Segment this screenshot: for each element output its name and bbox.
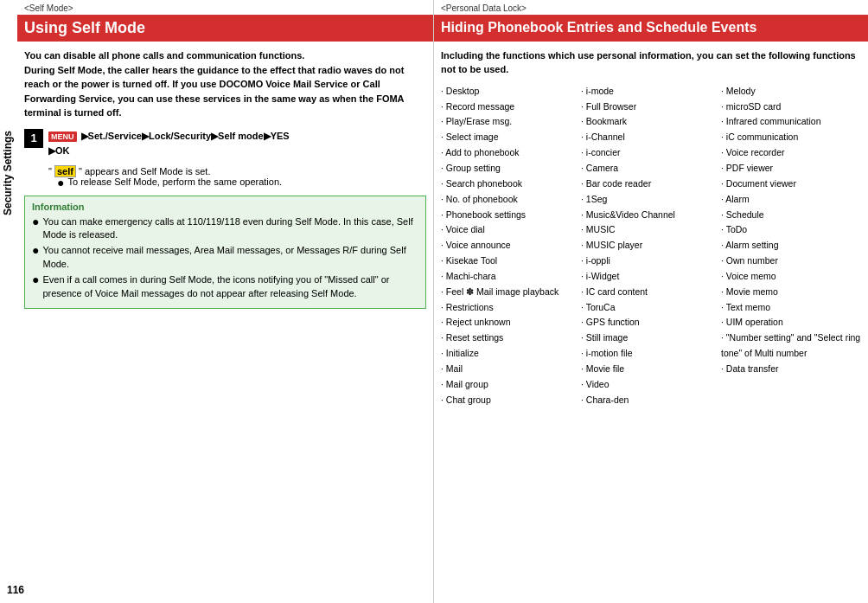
list-item: · Search phonebook: [441, 176, 581, 192]
list-item: · Movie file: [581, 362, 721, 377]
list-item: · Add to phonebook: [441, 145, 581, 161]
list-item: · Bar code reader: [581, 176, 721, 192]
list-item: · i-oppli: [581, 253, 721, 269]
list-item: · Voice recorder: [721, 145, 861, 161]
list-item: · Mail group: [441, 377, 581, 393]
sidebar-label: Security Settings: [2, 131, 14, 215]
sidebar-container: Security Settings: [0, 87, 16, 260]
step-row: 1 MENU ▶Set./Service▶Lock/Security▶Self …: [24, 129, 426, 159]
list-item: · Bookmark: [581, 114, 721, 130]
list-item: · i-Widget: [581, 269, 721, 285]
list-item: · Initialize: [441, 346, 581, 362]
list-item: · Schedule: [721, 208, 861, 223]
arrow2: ▶: [142, 131, 149, 141]
list-item: · Still image: [581, 330, 721, 346]
list-item: · i-mode: [581, 84, 721, 99]
list-item: · Kisekae Tool: [441, 253, 581, 269]
list-item: · Restrictions: [441, 300, 581, 316]
info-bullet-3: ●: [32, 273, 39, 285]
info-bullet-1: ●: [32, 215, 39, 228]
info-item-2: ● You cannot receive mail messages, Area…: [32, 244, 418, 271]
list-item: · MUSIC player: [581, 238, 721, 253]
list-item: · Group setting: [441, 161, 581, 176]
list-item: · Desktop: [441, 84, 581, 99]
left-panel: Security Settings <Self Mode> Using Self…: [0, 0, 434, 603]
arrow4: ▶: [264, 131, 271, 141]
info-text-2: You cannot receive mail messages, Area M…: [42, 244, 418, 271]
list-item: · Record message: [441, 99, 581, 115]
info-text-1: You can make emergency calls at 110/119/…: [42, 215, 418, 242]
right-panel: <Personal Data Lock> Hiding Phonebook En…: [434, 0, 868, 603]
right-content: Including the functions which use person…: [434, 42, 868, 603]
list-item: · Full Browser: [581, 99, 721, 115]
menu-icon: MENU: [48, 132, 77, 142]
list-item: · i-Channel: [581, 130, 721, 145]
info-box: Information ● You can make emergency cal…: [24, 196, 426, 309]
left-content: You can disable all phone calls and comm…: [17, 42, 433, 603]
list-item: · Voice memo: [721, 269, 861, 285]
list-item: · Chat group: [441, 393, 581, 408]
right-section-title: Hiding Phonebook Entries and Schedule Ev…: [434, 15, 868, 42]
list-item: · microSD card: [721, 99, 861, 115]
list-item: · IC card content: [581, 285, 721, 300]
left-section-tag: <Self Mode>: [17, 0, 433, 15]
list-item: · Reset settings: [441, 330, 581, 346]
list-item: · Movie memo: [721, 285, 861, 300]
list-item: · Chara-den: [581, 393, 721, 408]
list-item: · Feel ✽ Mail image playback: [441, 285, 581, 300]
list-item: · 1Seg: [581, 192, 721, 208]
list-item: · PDF viewer: [721, 161, 861, 176]
list-item: · GPS function: [581, 315, 721, 330]
list-item: · Own number: [721, 253, 861, 269]
list-item: · Alarm setting: [721, 238, 861, 253]
release-note: ● To release Self Mode, perform the same…: [57, 176, 426, 189]
right-section-tag: <Personal Data Lock>: [434, 0, 868, 15]
list-item: · Voice dial: [441, 222, 581, 238]
list-item: · UIM operation: [721, 315, 861, 330]
arrow1: ▶: [81, 131, 88, 141]
step-number: 1: [24, 129, 43, 148]
list-item: · Mail: [441, 362, 581, 377]
col1: · Desktop· Record message· Play/Erase ms…: [441, 84, 581, 408]
col3: · Melody· microSD card· Infrared communi…: [721, 84, 861, 408]
columns-container: · Desktop· Record message· Play/Erase ms…: [441, 84, 861, 408]
list-item: · ToDo: [721, 222, 861, 238]
list-item: · Music&Video Channel: [581, 208, 721, 223]
self-appears-note: " self " appears and Self Mode is set.: [48, 166, 426, 176]
list-item: · Video: [581, 377, 721, 393]
list-item: · i-motion file: [581, 346, 721, 362]
page-number: 116: [7, 584, 24, 596]
list-item: · Document viewer: [721, 176, 861, 192]
left-intro: You can disable all phone calls and comm…: [24, 48, 426, 120]
list-item: · Machi-chara: [441, 269, 581, 285]
arrow5: ▶: [48, 145, 55, 156]
info-item-3: ● Even if a call comes in during Self Mo…: [32, 273, 418, 300]
list-item: · Reject unknown: [441, 315, 581, 330]
list-item: · Voice announce: [441, 238, 581, 253]
list-item: · Phonebook settings: [441, 208, 581, 223]
info-title: Information: [32, 202, 418, 212]
list-item: · Play/Erase msg.: [441, 114, 581, 130]
arrow3: ▶: [211, 131, 218, 141]
list-item: · "Number setting" and "Select ring tone…: [721, 330, 861, 362]
list-item: · Data transfer: [721, 362, 861, 377]
list-item: · Text memo: [721, 300, 861, 316]
right-intro: Including the functions which use person…: [441, 48, 861, 77]
list-item: · Camera: [581, 161, 721, 176]
list-item: · Alarm: [721, 192, 861, 208]
col2: · i-mode· Full Browser· Bookmark· i-Chan…: [581, 84, 721, 408]
release-note-text: To release Self Mode, perform the same o…: [67, 176, 282, 187]
info-text-3: Even if a call comes in during Self Mode…: [42, 273, 418, 300]
list-item: · iC communication: [721, 130, 861, 145]
info-item-1: ● You can make emergency calls at 110/11…: [32, 215, 418, 242]
left-inner: <Self Mode> Using Self Mode You can disa…: [17, 0, 433, 603]
list-item: · No. of phonebook: [441, 192, 581, 208]
list-item: · ToruCa: [581, 300, 721, 316]
list-item: · i-concier: [581, 145, 721, 161]
info-bullet-2: ●: [32, 244, 39, 256]
list-item: · MUSIC: [581, 222, 721, 238]
left-section-title: Using Self Mode: [17, 15, 433, 42]
step-content: MENU ▶Set./Service▶Lock/Security▶Self mo…: [48, 129, 290, 159]
list-item: · Select image: [441, 130, 581, 145]
list-item: · Melody: [721, 84, 861, 99]
